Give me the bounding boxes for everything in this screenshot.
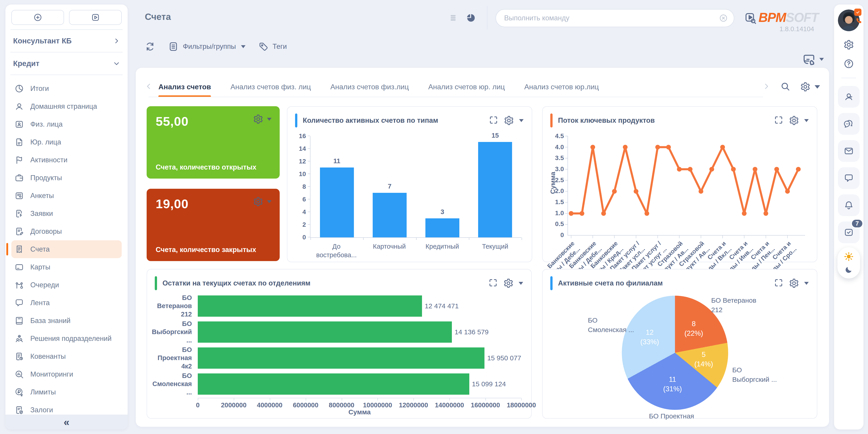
sidebar-item-document-bolt[interactable]: Заявки — [11, 205, 122, 223]
y-tick-mark — [308, 148, 310, 149]
y-tick-label: 0.5 — [555, 221, 564, 228]
sidebar-item-document-clock[interactable]: Ковенанты — [11, 347, 122, 365]
category-label: БО Проектная 4к2 — [147, 346, 192, 370]
theme-toggle[interactable] — [837, 247, 860, 278]
x-tick-mark — [485, 398, 486, 401]
dashboard-view-icon[interactable] — [466, 13, 475, 23]
expand-icon — [774, 115, 783, 125]
expand-chart-button[interactable] — [489, 115, 498, 126]
chat-bubble-icon — [14, 298, 24, 308]
workplace-settings-button[interactable] — [802, 53, 824, 66]
system-settings-button[interactable] — [843, 39, 854, 51]
tabs-scroll-left-button[interactable] — [145, 82, 153, 91]
chart-settings-button[interactable] — [789, 115, 809, 126]
invoice-icon — [14, 244, 24, 254]
refresh-button[interactable] — [145, 41, 155, 52]
tasks-button[interactable]: 7 — [838, 222, 860, 243]
indicator-label: Счета, количество открытых — [156, 163, 256, 171]
agent-button[interactable] — [838, 86, 860, 108]
y-tick-label: 4.0 — [555, 143, 564, 151]
sidebar-item-people-check[interactable]: Решения подразделений — [11, 330, 122, 347]
command-line — [496, 9, 734, 27]
y-tick-label: 0 — [560, 231, 564, 239]
y-tick-label: 3.5 — [555, 155, 564, 162]
y-tick-mark — [308, 136, 310, 136]
x-tick-mark — [377, 398, 378, 401]
bar-value-label: 15 950 077 — [487, 354, 521, 362]
tab-1[interactable]: Анализ счетов — [158, 83, 211, 91]
x-tick-mark — [469, 238, 469, 240]
sidebar-item-ruble-limit[interactable]: Лимиты — [11, 383, 122, 401]
gear-icon — [253, 196, 264, 207]
process-log-button[interactable] — [744, 12, 757, 25]
tab-3[interactable]: Анализ счетов физ.лиц — [330, 83, 409, 91]
plus-circle-icon — [33, 13, 42, 22]
sidebar-item-label: Домашняя страница — [30, 102, 97, 110]
sidebar-item-document[interactable]: Юр. лица — [11, 133, 122, 151]
expand-chart-button[interactable] — [488, 278, 498, 289]
sidebar-item-label: Юр. лица — [30, 138, 61, 146]
sidebar-item-search-stats[interactable]: Мониторинги — [11, 365, 122, 383]
filters-groups-button[interactable]: Фильтры/группы — [168, 41, 246, 52]
chart-settings-button[interactable] — [504, 115, 524, 126]
chevron-right-icon — [763, 82, 770, 90]
chart-settings-button[interactable] — [503, 278, 523, 289]
x-tick-label: 18000000 — [507, 401, 536, 409]
tags-label: Теги — [273, 42, 287, 51]
widget-settings-button[interactable] — [253, 196, 272, 207]
sidebar-item-label: Лента — [30, 299, 50, 307]
feed-button[interactable] — [838, 167, 860, 189]
chart-settings-button[interactable] — [789, 278, 809, 289]
sidebar-item-queue[interactable]: Очереди — [11, 276, 122, 294]
check-icon — [856, 10, 860, 14]
sidebar-item-briefcase[interactable]: Продукты — [11, 169, 122, 187]
help-button[interactable] — [843, 58, 854, 70]
indicator-closed-accounts: 19,00 Счета, количество закрытых — [147, 189, 280, 261]
dashboard-settings-button[interactable] — [800, 81, 820, 92]
y-tick-mark — [308, 161, 310, 161]
expand-chart-button[interactable] — [774, 115, 783, 126]
pie-slice-name-label: БО Проектная — [649, 411, 694, 421]
chats-icon — [843, 119, 854, 129]
dashboard-tabs: Анализ счетовАнализ счетов физ. лицАнали… — [158, 83, 599, 91]
tab-2[interactable]: Анализ счетов физ. лиц — [230, 83, 311, 91]
pie-slice-value-label: 12 (33%) — [640, 328, 659, 347]
tasks-icon — [843, 227, 854, 238]
command-input[interactable] — [504, 14, 719, 22]
widget-settings-button[interactable] — [253, 114, 272, 124]
expand-chart-button[interactable] — [774, 278, 783, 289]
hbar-row: БО Ветеранов 21212 474 471 — [147, 293, 521, 319]
clear-command-icon[interactable] — [719, 13, 728, 23]
workspace-selector[interactable]: Консультант КБ — [11, 34, 122, 47]
sidebar-item-person[interactable]: Домашняя страница — [11, 97, 122, 115]
y-tick-label: 8 — [302, 183, 306, 190]
chats-button[interactable] — [838, 113, 860, 135]
tab-5[interactable]: Анализ счетов юр.лиц — [524, 83, 599, 91]
tab-4[interactable]: Анализ счетов юр. лиц — [428, 83, 505, 91]
add-record-button[interactable] — [11, 10, 64, 25]
section-selector[interactable]: Кредит — [11, 57, 122, 70]
mail-button[interactable] — [838, 140, 860, 162]
sidebar-item-pie-outline[interactable]: Итоги — [11, 79, 122, 97]
sidebar-item-credit-card[interactable]: Карты — [11, 258, 122, 276]
sidebar-item-book[interactable]: База знаний — [11, 312, 122, 330]
run-process-button[interactable] — [69, 10, 122, 25]
sidebar-item-id-card[interactable]: Анкеты — [11, 187, 122, 205]
sidebar-item-flag[interactable]: Активности — [11, 151, 122, 169]
sidebar-item-label: Продукты — [30, 174, 62, 182]
chart-title: Количество активных счетов по типам — [303, 116, 483, 125]
dashboard-search-button[interactable] — [780, 81, 790, 92]
list-view-icon[interactable] — [449, 13, 458, 22]
sun-icon — [843, 252, 854, 262]
x-tick-mark — [198, 398, 198, 401]
bell-button[interactable] — [838, 194, 860, 216]
user-avatar[interactable] — [838, 9, 860, 31]
sidebar-item-invoice[interactable]: Счета — [11, 240, 122, 258]
tabs-scroll-right-button[interactable] — [763, 82, 770, 91]
chart-accent-bar — [155, 276, 157, 290]
sidebar-item-document-pen[interactable]: Договоры — [11, 223, 122, 240]
tags-button[interactable]: Теги — [258, 41, 287, 52]
sidebar-item-chat-bubble[interactable]: Лента — [11, 294, 122, 312]
sidebar-item-card-person[interactable]: Физ. лица — [11, 115, 122, 133]
collapse-sidebar-button[interactable]: « — [5, 414, 128, 430]
